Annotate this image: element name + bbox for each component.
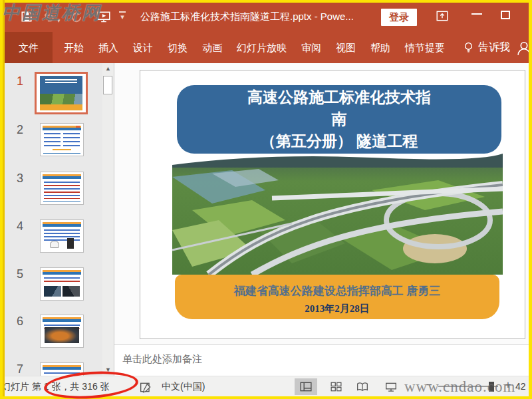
tab-storyboard[interactable]: 情节提要 — [398, 32, 452, 63]
lightbulb-icon — [463, 41, 474, 54]
slide-sorter-icon — [331, 382, 342, 392]
language-indicator[interactable]: 中文(中国) — [162, 381, 205, 393]
thumb-art — [43, 270, 81, 275]
frame-border-right — [529, 0, 532, 399]
tab-home[interactable]: 开始 — [57, 32, 91, 63]
slide-sorter-button[interactable] — [325, 378, 347, 395]
thumb-art — [44, 133, 80, 149]
proofing-icon[interactable] — [140, 381, 152, 393]
slide-thumbnail-2[interactable] — [40, 123, 84, 156]
minimize-button[interactable] — [471, 13, 482, 15]
thumb-art — [40, 76, 82, 110]
slide-number: 2 — [13, 123, 27, 137]
thumb-art — [44, 229, 80, 241]
tell-me-label: 告诉我 — [478, 41, 510, 55]
slide-author: 福建省高速公路建设总指挥部高工 唐勇三 — [175, 283, 499, 299]
thumb-art — [45, 82, 77, 83]
slide-number: 5 — [13, 267, 27, 281]
tab-review[interactable]: 审阅 — [294, 32, 329, 63]
thumb-art — [43, 174, 81, 179]
powerpoint-window: ▾ ▾ 公路施工标准化技术指南隧道工程.pptx - Powe... 登录 文件… — [5, 3, 529, 396]
maximize-button[interactable] — [501, 11, 510, 19]
frame-border-left — [0, 0, 5, 399]
watermark-top-left: 中国道桥网 — [2, 1, 102, 25]
slide-thumbnail-5[interactable] — [40, 267, 84, 301]
normal-view-icon — [300, 382, 312, 392]
tab-design[interactable]: 设计 — [126, 32, 160, 63]
thumb-art — [76, 126, 80, 128]
slideshow-view-icon — [385, 382, 397, 392]
thumb-art — [50, 241, 59, 248]
tab-insert[interactable]: 插入 — [91, 32, 126, 63]
highway-aerial-photo[interactable] — [172, 150, 503, 275]
workspace: 1 2 3 — [5, 63, 529, 376]
reading-view-button[interactable] — [351, 378, 374, 395]
thumb-art — [63, 286, 80, 297]
tab-file[interactable]: 文件 — [5, 32, 53, 63]
thumb-art — [43, 365, 81, 370]
scroll-up-icon[interactable]: ▲ — [102, 63, 114, 74]
thumb-art — [43, 317, 81, 322]
slide-thumbnail-4[interactable] — [40, 219, 84, 253]
thumb-art — [44, 286, 61, 297]
slide-thumbnail-3[interactable] — [40, 172, 84, 205]
thumb-art — [44, 182, 80, 199]
slide-title-line: 南 — [177, 108, 501, 130]
thumb-art — [43, 222, 81, 227]
ribbon-tab-bar: 文件 开始 插入 设计 切换 动画 幻灯片放映 审阅 视图 帮助 情节提要 告诉… — [5, 32, 529, 63]
slide-number: 7 — [13, 362, 27, 376]
scrollbar-thumb[interactable] — [103, 76, 112, 94]
slide-thumbnail-6[interactable] — [40, 315, 84, 348]
thumb-art — [45, 79, 77, 80]
thumb-art — [40, 76, 82, 94]
document-title: 公路施工标准化技术指南隧道工程.pptx - Powe... — [140, 11, 354, 23]
thumb-art — [43, 126, 81, 130]
zoom-percentage[interactable]: 42 — [515, 381, 529, 392]
tab-slideshow[interactable]: 幻灯片放映 — [229, 32, 294, 63]
slide-number: 4 — [13, 219, 27, 233]
account-person-icon[interactable] — [515, 40, 529, 56]
app-window: ▾ ▾ 公路施工标准化技术指南隧道工程.pptx - Powe... 登录 文件… — [0, 0, 532, 399]
reading-view-icon — [356, 382, 368, 392]
ribbon-display-options-icon[interactable] — [436, 9, 449, 23]
slide-thumbnail-panel: 1 2 3 — [5, 63, 114, 376]
tab-animations[interactable]: 动画 — [195, 32, 229, 63]
thumb-art — [43, 201, 80, 202]
thumb-art — [45, 327, 79, 343]
thumb-art — [63, 133, 80, 149]
thumbnail-scrollbar[interactable]: ▲ ▼ — [102, 63, 114, 376]
login-button[interactable]: 登录 — [381, 9, 417, 26]
slide-title-line: （第五分册） 隧道工程 — [177, 130, 501, 152]
slide-title-line: 高速公路施工标准化技术指 — [177, 86, 501, 108]
slide-canvas[interactable]: 高速公路施工标准化技术指 南 （第五分册） 隧道工程 福建省高速公路建设总指挥部… — [140, 70, 525, 339]
thumb-art — [40, 104, 82, 110]
thumb-art — [53, 149, 71, 150]
slide-number: 3 — [13, 172, 27, 186]
notes-pane[interactable]: 单击此处添加备注 — [114, 344, 529, 376]
slideshow-view-button[interactable] — [380, 378, 402, 395]
slide-number: 6 — [13, 315, 27, 329]
slide-number: 1 — [13, 74, 27, 88]
thumb-art — [44, 277, 80, 284]
thumb-art — [40, 94, 82, 104]
thumb-art — [43, 153, 80, 154]
watermark-bottom-right: www.cndao.com — [404, 378, 515, 396]
slide-editor: 高速公路施工标准化技术指 南 （第五分册） 隧道工程 福建省高速公路建设总指挥部… — [114, 63, 529, 376]
slide-title-box[interactable]: 高速公路施工标准化技术指 南 （第五分册） 隧道工程 — [177, 85, 501, 154]
thumb-art — [44, 133, 61, 149]
tab-transitions[interactable]: 切换 — [160, 32, 195, 63]
thumb-art — [67, 238, 74, 249]
slide-footer-band[interactable]: 福建省高速公路建设总指挥部高工 唐勇三 2013年2月28日 — [175, 275, 499, 319]
tab-view[interactable]: 视图 — [329, 32, 363, 63]
slide-thumbnail-1[interactable] — [35, 72, 88, 114]
notes-placeholder[interactable]: 单击此处添加备注 — [122, 353, 202, 366]
tab-help[interactable]: 帮助 — [363, 32, 398, 63]
normal-view-button[interactable] — [295, 378, 317, 395]
qat-customize-icon[interactable]: ▾ — [118, 11, 127, 20]
tell-me-button[interactable]: 告诉我 — [463, 41, 510, 55]
slide-date: 2013年2月28日 — [175, 303, 499, 315]
